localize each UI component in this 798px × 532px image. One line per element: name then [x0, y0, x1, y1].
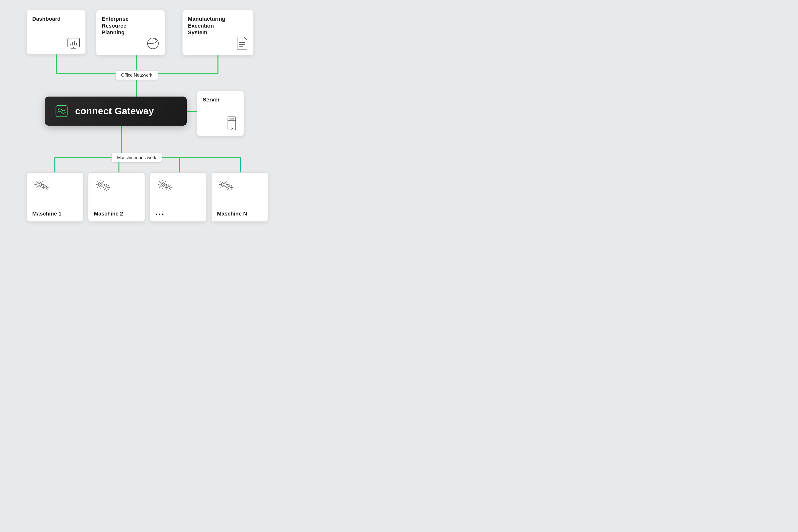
server-label: Server	[203, 96, 238, 103]
svg-point-67	[160, 182, 165, 187]
office-network-label: Office Netzwerk	[115, 71, 158, 80]
svg-point-78	[168, 187, 169, 188]
svg-point-77	[167, 186, 170, 189]
svg-line-85	[170, 185, 170, 186]
svg-point-98	[229, 187, 230, 188]
gear-icon-1	[32, 178, 50, 193]
svg-rect-21	[56, 106, 67, 117]
maschine1-card: Maschine 1	[26, 172, 83, 222]
svg-point-47	[98, 182, 103, 187]
svg-point-25	[231, 128, 232, 129]
svg-point-37	[43, 186, 47, 189]
svg-line-73	[159, 181, 160, 182]
svg-line-106	[228, 189, 228, 190]
svg-point-88	[223, 184, 225, 186]
svg-point-27	[37, 182, 42, 187]
svg-line-36	[36, 187, 37, 188]
svg-point-38	[44, 187, 46, 188]
mes-label: Manufacturing Execution System	[188, 16, 248, 36]
gear-icon-2	[94, 178, 112, 193]
svg-line-84	[170, 189, 170, 190]
document-icon	[236, 36, 248, 51]
dashboard-label: Dashboard	[32, 16, 80, 22]
svg-point-28	[38, 184, 40, 186]
svg-point-87	[222, 182, 226, 187]
svg-line-96	[221, 187, 222, 188]
svg-line-53	[97, 181, 98, 182]
svg-line-95	[226, 181, 227, 182]
maschine2-label: Maschine 2	[94, 210, 139, 217]
svg-rect-26	[230, 118, 234, 119]
svg-point-57	[105, 186, 108, 189]
gateway-label: connect Gateway	[75, 106, 154, 116]
svg-point-58	[106, 187, 108, 188]
svg-point-48	[100, 184, 102, 186]
architecture-diagram: Dashboard Enterprise Resource Planning	[0, 0, 399, 266]
gear-icon-3	[155, 178, 173, 193]
gateway-box: connect Gateway	[45, 97, 187, 126]
machine-network-label: Maschinennetzwerk	[111, 153, 162, 163]
maschine2-card: Maschine 2	[88, 172, 145, 222]
svg-line-44	[47, 189, 47, 190]
server-icon	[225, 116, 238, 132]
dashboard-card: Dashboard	[26, 10, 86, 54]
svg-line-104	[231, 189, 232, 190]
svg-point-97	[228, 186, 231, 189]
gear-icon-4	[217, 178, 235, 193]
svg-line-45	[47, 185, 47, 186]
chart-icon	[67, 38, 80, 50]
ellipsis-label: ...	[155, 207, 201, 217]
svg-line-65	[108, 185, 109, 186]
ellipsis-card: ...	[150, 172, 206, 222]
mes-card: Manufacturing Execution System	[182, 10, 254, 55]
svg-line-43	[43, 185, 43, 186]
svg-line-35	[42, 181, 42, 182]
erp-card: Enterprise Resource Planning	[96, 10, 165, 55]
svg-line-64	[108, 189, 109, 190]
svg-line-46	[43, 189, 43, 190]
svg-line-63	[104, 185, 105, 186]
svg-point-68	[161, 184, 163, 186]
pie-chart-icon	[147, 37, 159, 51]
svg-line-103	[228, 185, 228, 186]
svg-line-66	[104, 189, 105, 190]
maschineN-card: Maschine N	[211, 172, 268, 222]
svg-line-93	[221, 181, 222, 182]
svg-line-56	[97, 187, 98, 188]
erp-label: Enterprise Resource Planning	[102, 16, 159, 36]
connect-icon	[55, 104, 68, 118]
maschineN-label: Maschine N	[217, 210, 262, 217]
svg-line-55	[103, 181, 104, 182]
svg-line-86	[166, 189, 167, 190]
svg-line-105	[231, 185, 232, 186]
svg-line-83	[166, 185, 167, 186]
svg-line-75	[165, 181, 166, 182]
maschine1-label: Maschine 1	[32, 210, 78, 217]
svg-rect-9	[68, 38, 79, 47]
server-card: Server	[197, 91, 244, 136]
svg-line-33	[36, 181, 37, 182]
svg-line-76	[159, 187, 160, 188]
